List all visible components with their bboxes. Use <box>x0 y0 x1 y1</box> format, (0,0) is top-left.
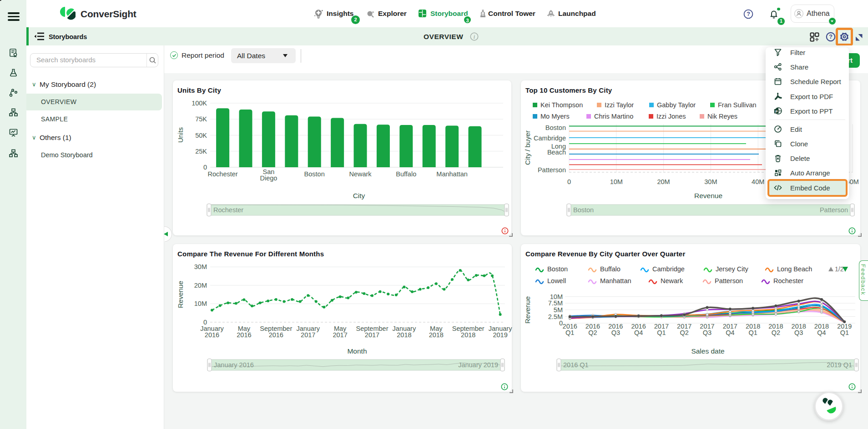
svg-text:2016 Q1: 2016 Q1 <box>563 361 589 369</box>
svg-text:Q3: Q3 <box>703 329 712 336</box>
svg-text:Patterson: Patterson <box>538 166 566 174</box>
svg-text:0: 0 <box>203 164 207 171</box>
svg-text:Q2: Q2 <box>772 329 780 336</box>
svg-text:50K: 50K <box>195 132 207 139</box>
svg-text:75K: 75K <box>195 115 207 123</box>
svg-text:2019 Q1: 2019 Q1 <box>827 361 852 369</box>
svg-text:5M: 5M <box>554 306 563 314</box>
svg-text:2.5M: 2.5M <box>548 313 563 320</box>
svg-text:10M: 10M <box>550 293 563 300</box>
svg-text:Revenue: Revenue <box>177 281 184 308</box>
svg-text:30M: 30M <box>194 263 207 270</box>
svg-text:Boston: Boston <box>547 265 568 273</box>
svg-text:Boston: Boston <box>573 206 594 214</box>
svg-text:Lowell: Lowell <box>547 277 566 284</box>
svg-text:Nik Reyes: Nik Reyes <box>707 113 737 120</box>
svg-text:100K: 100K <box>192 100 207 107</box>
svg-text:Rochester: Rochester <box>213 206 243 214</box>
svg-text:Buffalo: Buffalo <box>600 265 621 273</box>
svg-text:City / buyer: City / buyer <box>524 130 531 165</box>
svg-text:Newark: Newark <box>349 170 372 178</box>
svg-text:Q1: Q1 <box>840 329 849 336</box>
svg-text:Month: Month <box>347 347 367 355</box>
svg-text:2019: 2019 <box>493 331 507 339</box>
svg-text:Rochester: Rochester <box>773 277 803 284</box>
svg-text:Chris Martino: Chris Martino <box>594 113 633 120</box>
svg-text:Long Beach: Long Beach <box>777 265 812 273</box>
svg-text:30M: 30M <box>704 178 717 185</box>
svg-text:i: i <box>474 34 475 40</box>
svg-text:2016: 2016 <box>205 331 219 339</box>
svg-text:Q3: Q3 <box>611 329 620 336</box>
svg-text:Sales date: Sales date <box>691 347 724 355</box>
svg-text:2017: 2017 <box>333 331 347 339</box>
svg-text:Rochester: Rochester <box>208 170 238 178</box>
svg-text:40M: 40M <box>752 178 764 185</box>
svg-text:20M: 20M <box>194 282 207 289</box>
svg-text:January 2016: January 2016 <box>214 361 254 369</box>
svg-text:Q2: Q2 <box>680 329 689 336</box>
svg-text:20M: 20M <box>657 178 670 185</box>
svg-text:Fran Sullivan: Fran Sullivan <box>718 101 757 109</box>
svg-text:2018: 2018 <box>429 331 444 339</box>
svg-text:P: P <box>775 110 778 114</box>
svg-text:25K: 25K <box>195 148 207 155</box>
svg-text:Revenue: Revenue <box>694 192 722 200</box>
svg-text:Patterson: Patterson <box>820 206 848 214</box>
svg-text:Q3: Q3 <box>794 329 803 336</box>
svg-text:Boston: Boston <box>545 124 566 131</box>
svg-text:7.5M: 7.5M <box>548 299 563 307</box>
svg-text:Manhattan: Manhattan <box>436 170 468 178</box>
svg-text:Q4: Q4 <box>726 329 734 336</box>
svg-text:Cambridge: Cambridge <box>534 135 566 142</box>
svg-text:Revenue: Revenue <box>524 296 531 324</box>
svg-text:Cambridge: Cambridge <box>652 265 685 273</box>
svg-text:2016: 2016 <box>237 331 251 339</box>
svg-text:Kei Thompson: Kei Thompson <box>540 101 583 109</box>
svg-text:Manhattan: Manhattan <box>600 277 631 284</box>
svg-text:Jersey City: Jersey City <box>716 265 748 273</box>
svg-text:2017: 2017 <box>301 331 315 339</box>
svg-text:10M: 10M <box>610 178 623 185</box>
svg-text:2018: 2018 <box>397 331 411 339</box>
svg-text:Izzi Taylor: Izzi Taylor <box>605 101 634 109</box>
svg-text:10M: 10M <box>194 300 207 307</box>
svg-text:Q1: Q1 <box>657 329 666 336</box>
svg-text:2017: 2017 <box>365 331 379 339</box>
svg-text:?: ? <box>829 34 833 40</box>
svg-text:Gabby Taylor: Gabby Taylor <box>657 101 696 109</box>
svg-text:Units: Units <box>177 127 184 143</box>
svg-text:Patterson: Patterson <box>715 277 743 284</box>
svg-text:?: ? <box>747 11 750 17</box>
svg-text:Diego: Diego <box>260 175 277 182</box>
svg-text:1/2: 1/2 <box>835 265 844 273</box>
svg-text:Q1: Q1 <box>565 329 574 336</box>
svg-text:City: City <box>353 192 365 200</box>
svg-text:Q4: Q4 <box>634 329 643 336</box>
svg-text:January 2019: January 2019 <box>458 361 498 369</box>
svg-text:0: 0 <box>567 178 571 185</box>
svg-text:Mo Myers: Mo Myers <box>540 113 570 120</box>
svg-text:Q4: Q4 <box>817 329 826 336</box>
svg-text:Izzi Jones: Izzi Jones <box>656 113 686 120</box>
svg-text:2018: 2018 <box>461 331 475 339</box>
svg-text:Q2: Q2 <box>588 329 597 336</box>
svg-text:Newark: Newark <box>661 277 683 284</box>
svg-text:Buffalo: Buffalo <box>396 170 416 178</box>
svg-text:Q1: Q1 <box>748 329 757 336</box>
svg-text:Beach: Beach <box>547 149 566 156</box>
svg-text:Boston: Boston <box>304 170 325 178</box>
svg-text:2016: 2016 <box>269 331 283 339</box>
